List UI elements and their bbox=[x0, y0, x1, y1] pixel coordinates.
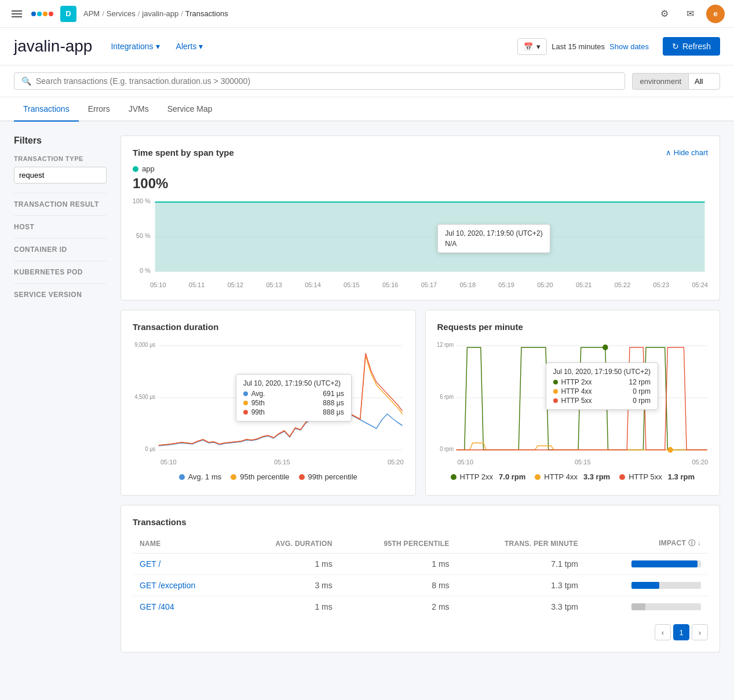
filter-divider-2 bbox=[14, 215, 107, 216]
legend-dot-app bbox=[133, 166, 138, 172]
tab-transactions[interactable]: Transactions bbox=[14, 97, 79, 122]
time-spent-x-axis: 05:10 05:11 05:12 05:13 05:14 05:15 05:1… bbox=[133, 279, 708, 288]
pagination: ‹ 1 › bbox=[133, 617, 708, 640]
breadcrumb-apm[interactable]: APM bbox=[83, 9, 100, 18]
transaction-type-select[interactable]: request bbox=[14, 167, 107, 184]
col-p95: 95th percentile bbox=[339, 534, 457, 554]
tpm-get-exception: 1.3 tpm bbox=[457, 575, 585, 596]
filter-divider-4 bbox=[14, 261, 107, 261]
time-selector: 📅 ▾ Last 15 minutes Show dates bbox=[517, 38, 649, 55]
http4xx-dot bbox=[553, 389, 558, 394]
filter-service-version-label: SERVICE VERSION bbox=[14, 291, 107, 299]
filter-divider-3 bbox=[14, 238, 107, 239]
prev-page-button[interactable]: ‹ bbox=[655, 624, 671, 640]
rpm-x-axis: 05:10 05:15 05:20 bbox=[437, 459, 709, 466]
p95-get-root: 1 ms bbox=[339, 554, 457, 575]
svg-text:50 %: 50 % bbox=[136, 233, 151, 239]
table-row: GET /404 1 ms 2 ms 3.3 tpm bbox=[133, 596, 708, 618]
http2xx-legend-dot bbox=[451, 474, 457, 480]
search-input[interactable] bbox=[36, 76, 618, 86]
search-input-wrap: 🔍 bbox=[14, 72, 625, 90]
table-row: GET /exception 3 ms 8 ms 1.3 tpm bbox=[133, 575, 708, 596]
filter-transaction-type-label: TRANSACTION TYPE bbox=[14, 155, 107, 162]
tx-link-get-404[interactable]: GET /404 bbox=[140, 602, 174, 611]
tab-jvms[interactable]: JVMs bbox=[119, 97, 158, 122]
time-spent-tooltip: Jul 10, 2020, 17:19:50 (UTC+2) N/A bbox=[437, 224, 550, 253]
sort-icon[interactable]: ↓ bbox=[698, 539, 701, 547]
hide-chart-button[interactable]: ∧ Hide chart bbox=[666, 148, 708, 157]
avg-dot bbox=[243, 391, 248, 396]
svg-point-20 bbox=[602, 344, 608, 350]
filter-transaction-result-label: TRANSACTION RESULT bbox=[14, 200, 107, 208]
breadcrumb: APM / Services / javalin-app / Transacti… bbox=[83, 9, 228, 18]
tab-service-map[interactable]: Service Map bbox=[158, 97, 222, 122]
p99-dot bbox=[243, 410, 248, 415]
mail-icon[interactable]: ✉ bbox=[681, 5, 699, 23]
chevron-down-icon: ▾ bbox=[156, 42, 160, 51]
tpm-get-404: 3.3 tpm bbox=[457, 596, 585, 618]
app-logo bbox=[31, 12, 53, 16]
avg-duration-get-404: 1 ms bbox=[235, 596, 339, 618]
tx-duration-x-axis: 05:10 05:15 05:20 bbox=[133, 459, 404, 466]
integrations-button[interactable]: Integrations ▾ bbox=[106, 38, 164, 54]
app-header: javalin-app Integrations ▾ Alerts ▾ 📅 ▾ … bbox=[0, 28, 734, 65]
svg-text:0 %: 0 % bbox=[140, 267, 151, 274]
tooltip-value: N/A bbox=[445, 240, 542, 248]
env-select[interactable]: All bbox=[688, 73, 720, 90]
tab-errors[interactable]: Errors bbox=[79, 97, 119, 122]
next-page-button[interactable]: › bbox=[692, 624, 708, 640]
time-spent-svg: 100 % 50 % 0 % bbox=[133, 196, 708, 277]
http2xx-legend-label: HTTP 2xx bbox=[460, 472, 494, 481]
refresh-icon: ↻ bbox=[672, 42, 679, 51]
avg-duration-get-root: 1 ms bbox=[235, 554, 339, 575]
calendar-button[interactable]: 📅 ▾ bbox=[517, 38, 547, 55]
col-name: Name bbox=[133, 534, 235, 554]
top-nav: D APM / Services / javalin-app / Transac… bbox=[0, 0, 734, 28]
search-bar: 🔍 environment All bbox=[0, 65, 734, 97]
sidebar: Filters TRANSACTION TYPE request TRANSAC… bbox=[14, 135, 107, 653]
tpm-get-root: 7.1 tpm bbox=[457, 554, 585, 575]
env-filter: environment All bbox=[632, 73, 720, 90]
http2xx-legend-value: 7.0 rpm bbox=[499, 472, 525, 481]
avg-duration-get-exception: 3 ms bbox=[235, 575, 339, 596]
main-layout: Filters TRANSACTION TYPE request TRANSAC… bbox=[0, 122, 734, 666]
http5xx-legend-label: HTTP 5xx bbox=[629, 472, 662, 481]
tx-duration-chart-area: 9,000 μs 4,500 μs 0 μs bbox=[133, 339, 404, 456]
tx-link-get-exception[interactable]: GET /exception bbox=[140, 581, 195, 590]
filter-divider-1 bbox=[14, 193, 107, 193]
tx-link-get-root[interactable]: GET / bbox=[140, 559, 160, 569]
page-1-button[interactable]: 1 bbox=[673, 624, 689, 640]
breadcrumb-javalin[interactable]: javalin-app bbox=[142, 9, 178, 18]
filter-kubernetes-pod-label: KUBERNETES POD bbox=[14, 268, 107, 276]
breadcrumb-services[interactable]: Services bbox=[107, 9, 136, 18]
http5xx-legend-value: 1.3 rpm bbox=[668, 472, 695, 481]
http5xx-dot bbox=[553, 398, 558, 403]
p95-get-404: 2 ms bbox=[339, 596, 457, 618]
info-icon: ⓘ bbox=[688, 539, 695, 547]
hamburger-menu[interactable] bbox=[9, 8, 24, 20]
filter-container-id-label: CONTAINER ID bbox=[14, 245, 107, 254]
show-dates-button[interactable]: Show dates bbox=[609, 42, 649, 51]
settings-icon[interactable]: ⚙ bbox=[655, 5, 674, 23]
app-title: javalin-app bbox=[14, 37, 92, 56]
time-spent-card: Time spent by span type ∧ Hide chart app… bbox=[120, 135, 720, 300]
http4xx-legend-dot bbox=[535, 474, 541, 480]
time-spent-legend: app bbox=[133, 164, 708, 173]
user-avatar[interactable]: e bbox=[706, 5, 725, 23]
impact-bar-get-exception bbox=[592, 582, 701, 589]
requests-per-minute-card: Requests per minute 12 rpm 6 rpm 0 rpm bbox=[425, 310, 721, 496]
filter-transaction-type: TRANSACTION TYPE request bbox=[14, 155, 107, 184]
refresh-button[interactable]: ↻ Refresh bbox=[663, 37, 720, 56]
svg-text:4,500 μs: 4,500 μs bbox=[134, 394, 155, 400]
breadcrumb-current: Transactions bbox=[185, 9, 228, 18]
col-avg-duration: Avg. duration bbox=[235, 534, 339, 554]
impact-bar-get-root bbox=[592, 560, 701, 567]
env-label: environment bbox=[632, 73, 688, 90]
chevron-down-icon: ▾ bbox=[536, 42, 541, 51]
chevron-up-icon: ∧ bbox=[666, 148, 671, 157]
search-icon: 🔍 bbox=[21, 76, 31, 86]
tx-duration-tooltip: Jul 10, 2020, 17:19:50 (UTC+2) Avg. 691 … bbox=[236, 374, 352, 422]
time-spent-chart-area: 100 % 50 % 0 % Jul 10, 2020, 17:19:50 (U… bbox=[133, 196, 708, 288]
alerts-button[interactable]: Alerts ▾ bbox=[171, 38, 208, 54]
rpm-tooltip-date: Jul 10, 2020, 17:19:50 (UTC+2) bbox=[553, 368, 651, 376]
